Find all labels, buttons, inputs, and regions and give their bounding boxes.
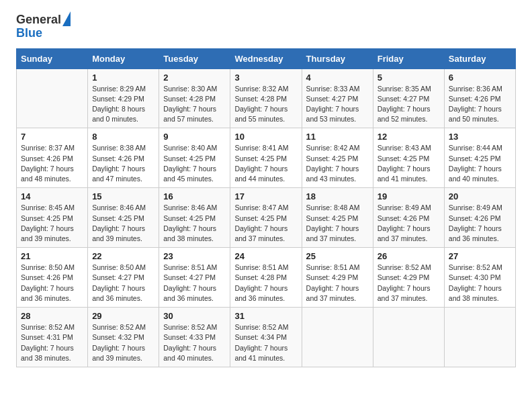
day-number: 10: [234, 132, 297, 142]
day-info: Sunrise: 8:52 AMSunset: 4:33 PMDaylight:…: [163, 322, 226, 363]
day-info: Sunrise: 8:45 AMSunset: 4:25 PMDaylight:…: [21, 203, 83, 244]
day-number: 15: [92, 191, 154, 201]
calendar-cell: 23Sunrise: 8:51 AMSunset: 4:27 PMDayligh…: [159, 248, 230, 308]
day-info: Sunrise: 8:50 AMSunset: 4:27 PMDaylight:…: [92, 263, 154, 304]
calendar-cell: 30Sunrise: 8:52 AMSunset: 4:33 PMDayligh…: [159, 308, 230, 367]
calendar-cell: 8Sunrise: 8:38 AMSunset: 4:26 PMDaylight…: [88, 128, 159, 188]
calendar-cell: 21Sunrise: 8:50 AMSunset: 4:26 PMDayligh…: [17, 248, 88, 308]
day-number: 11: [306, 132, 369, 142]
day-info: Sunrise: 8:32 AMSunset: 4:28 PMDaylight:…: [234, 84, 297, 125]
calendar-cell: 20Sunrise: 8:49 AMSunset: 4:26 PMDayligh…: [444, 188, 515, 248]
day-number: 26: [378, 251, 440, 261]
day-number: 8: [92, 132, 154, 142]
day-info: Sunrise: 8:51 AMSunset: 4:27 PMDaylight:…: [163, 263, 226, 304]
day-info: Sunrise: 8:49 AMSunset: 4:26 PMDaylight:…: [378, 203, 440, 244]
logo: General Blue: [16, 13, 71, 40]
calendar-cell: 19Sunrise: 8:49 AMSunset: 4:26 PMDayligh…: [373, 188, 444, 248]
day-info: Sunrise: 8:52 AMSunset: 4:29 PMDaylight:…: [378, 263, 440, 304]
column-header-sunday: Sunday: [17, 48, 88, 68]
calendar-cell: 2Sunrise: 8:30 AMSunset: 4:28 PMDaylight…: [159, 68, 230, 128]
column-header-saturday: Saturday: [444, 48, 515, 68]
day-info: Sunrise: 8:41 AMSunset: 4:25 PMDaylight:…: [234, 143, 297, 184]
day-info: Sunrise: 8:29 AMSunset: 4:29 PMDaylight:…: [92, 84, 154, 125]
calendar-cell: 5Sunrise: 8:35 AMSunset: 4:27 PMDaylight…: [373, 68, 444, 128]
day-info: Sunrise: 8:52 AMSunset: 4:31 PMDaylight:…: [21, 322, 83, 363]
calendar-cell: 14Sunrise: 8:45 AMSunset: 4:25 PMDayligh…: [17, 188, 88, 248]
calendar-cell: 3Sunrise: 8:32 AMSunset: 4:28 PMDaylight…: [230, 68, 302, 128]
day-info: Sunrise: 8:37 AMSunset: 4:26 PMDaylight:…: [21, 143, 83, 184]
calendar-cell: 29Sunrise: 8:52 AMSunset: 4:32 PMDayligh…: [88, 308, 159, 367]
day-number: 23: [163, 251, 226, 261]
day-info: Sunrise: 8:47 AMSunset: 4:25 PMDaylight:…: [234, 203, 297, 244]
logo-general-text: General: [16, 13, 61, 27]
day-number: 1: [92, 73, 154, 83]
calendar-header-row: SundayMondayTuesdayWednesdayThursdayFrid…: [17, 48, 516, 68]
calendar-cell: [444, 308, 515, 367]
day-number: 24: [234, 251, 297, 261]
logo-triangle-icon: [62, 11, 71, 26]
day-number: 5: [378, 73, 440, 83]
day-number: 20: [449, 191, 511, 201]
day-info: Sunrise: 8:49 AMSunset: 4:26 PMDaylight:…: [449, 203, 511, 244]
calendar-week-row: 7Sunrise: 8:37 AMSunset: 4:26 PMDaylight…: [17, 128, 516, 188]
day-info: Sunrise: 8:52 AMSunset: 4:32 PMDaylight:…: [92, 322, 154, 363]
calendar-cell: 24Sunrise: 8:51 AMSunset: 4:28 PMDayligh…: [230, 248, 302, 308]
day-number: 27: [449, 251, 511, 261]
calendar-table: SundayMondayTuesdayWednesdayThursdayFrid…: [16, 48, 516, 367]
day-number: 3: [234, 73, 297, 83]
day-number: 14: [21, 191, 83, 201]
day-number: 31: [234, 311, 297, 321]
day-info: Sunrise: 8:44 AMSunset: 4:25 PMDaylight:…: [449, 143, 511, 184]
column-header-wednesday: Wednesday: [230, 48, 302, 68]
day-number: 22: [92, 251, 154, 261]
calendar-week-row: 1Sunrise: 8:29 AMSunset: 4:29 PMDaylight…: [17, 68, 516, 128]
day-number: 4: [306, 73, 369, 83]
day-number: 7: [21, 132, 83, 142]
day-info: Sunrise: 8:51 AMSunset: 4:28 PMDaylight:…: [234, 263, 297, 304]
day-number: 25: [306, 251, 369, 261]
column-header-thursday: Thursday: [302, 48, 373, 68]
calendar-week-row: 21Sunrise: 8:50 AMSunset: 4:26 PMDayligh…: [17, 248, 516, 308]
day-number: 17: [234, 191, 297, 201]
calendar-cell: 27Sunrise: 8:52 AMSunset: 4:30 PMDayligh…: [444, 248, 515, 308]
calendar-cell: 11Sunrise: 8:42 AMSunset: 4:25 PMDayligh…: [302, 128, 373, 188]
calendar-cell: 15Sunrise: 8:46 AMSunset: 4:25 PMDayligh…: [88, 188, 159, 248]
day-number: 9: [163, 132, 226, 142]
calendar-cell: 13Sunrise: 8:44 AMSunset: 4:25 PMDayligh…: [444, 128, 515, 188]
day-info: Sunrise: 8:38 AMSunset: 4:26 PMDaylight:…: [92, 143, 154, 184]
day-number: 18: [306, 191, 369, 201]
header: General Blue: [16, 13, 516, 40]
day-info: Sunrise: 8:42 AMSunset: 4:25 PMDaylight:…: [306, 143, 369, 184]
day-number: 30: [163, 311, 226, 321]
day-info: Sunrise: 8:46 AMSunset: 4:25 PMDaylight:…: [163, 203, 226, 244]
day-info: Sunrise: 8:51 AMSunset: 4:29 PMDaylight:…: [306, 263, 369, 304]
calendar-week-row: 28Sunrise: 8:52 AMSunset: 4:31 PMDayligh…: [17, 308, 516, 367]
day-number: 29: [92, 311, 154, 321]
day-info: Sunrise: 8:33 AMSunset: 4:27 PMDaylight:…: [306, 84, 369, 125]
day-number: 21: [21, 251, 83, 261]
calendar-cell: 16Sunrise: 8:46 AMSunset: 4:25 PMDayligh…: [159, 188, 230, 248]
day-number: 12: [378, 132, 440, 142]
calendar-cell: 22Sunrise: 8:50 AMSunset: 4:27 PMDayligh…: [88, 248, 159, 308]
day-info: Sunrise: 8:52 AMSunset: 4:34 PMDaylight:…: [234, 322, 297, 363]
logo-blue-text: Blue: [16, 26, 42, 40]
day-number: 2: [163, 73, 226, 83]
day-info: Sunrise: 8:50 AMSunset: 4:26 PMDaylight:…: [21, 263, 83, 304]
column-header-tuesday: Tuesday: [159, 48, 230, 68]
calendar-cell: 25Sunrise: 8:51 AMSunset: 4:29 PMDayligh…: [302, 248, 373, 308]
calendar-cell: 4Sunrise: 8:33 AMSunset: 4:27 PMDaylight…: [302, 68, 373, 128]
calendar-cell: [302, 308, 373, 367]
day-number: 28: [21, 311, 83, 321]
calendar-cell: 7Sunrise: 8:37 AMSunset: 4:26 PMDaylight…: [17, 128, 88, 188]
column-header-monday: Monday: [88, 48, 159, 68]
day-info: Sunrise: 8:43 AMSunset: 4:25 PMDaylight:…: [378, 143, 440, 184]
calendar-week-row: 14Sunrise: 8:45 AMSunset: 4:25 PMDayligh…: [17, 188, 516, 248]
day-info: Sunrise: 8:40 AMSunset: 4:25 PMDaylight:…: [163, 143, 226, 184]
day-info: Sunrise: 8:46 AMSunset: 4:25 PMDaylight:…: [92, 203, 154, 244]
calendar-cell: 1Sunrise: 8:29 AMSunset: 4:29 PMDaylight…: [88, 68, 159, 128]
day-number: 19: [378, 191, 440, 201]
calendar-cell: 26Sunrise: 8:52 AMSunset: 4:29 PMDayligh…: [373, 248, 444, 308]
calendar-cell: 9Sunrise: 8:40 AMSunset: 4:25 PMDaylight…: [159, 128, 230, 188]
calendar-cell: 10Sunrise: 8:41 AMSunset: 4:25 PMDayligh…: [230, 128, 302, 188]
calendar-cell: 18Sunrise: 8:48 AMSunset: 4:25 PMDayligh…: [302, 188, 373, 248]
